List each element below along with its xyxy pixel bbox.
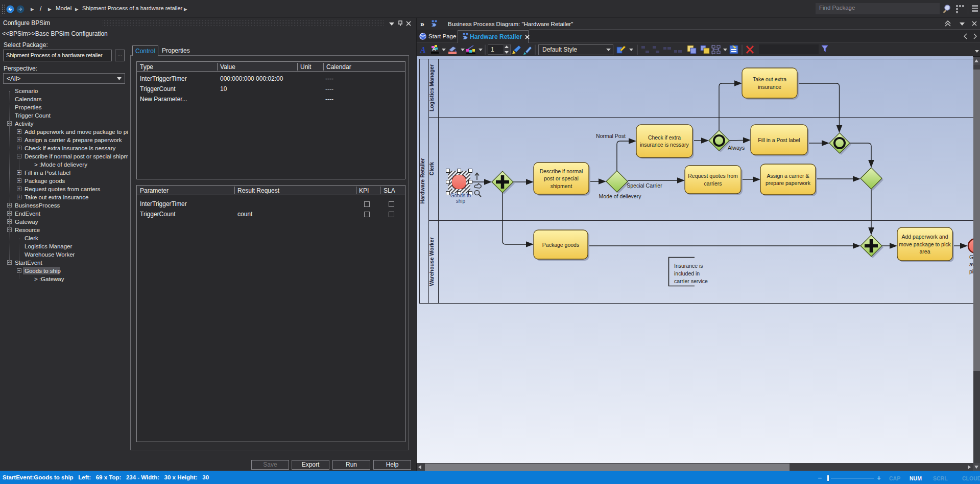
svg-text:area: area bbox=[919, 248, 930, 255]
svg-text:Goods to: Goods to bbox=[450, 193, 471, 198]
svg-text:carriers: carriers bbox=[704, 180, 722, 187]
svg-text:move package to pick: move package to pick bbox=[899, 241, 951, 247]
svg-text:Take out extra: Take out extra bbox=[753, 76, 786, 82]
svg-text:Logistics Manager: Logistics Manager bbox=[428, 64, 435, 111]
svg-text:Fill in a Post label: Fill in a Post label bbox=[758, 137, 800, 143]
svg-text:post or special: post or special bbox=[544, 175, 579, 181]
svg-text:1: 1 bbox=[491, 46, 494, 53]
svg-text:Hardware Retailer: Hardware Retailer bbox=[419, 158, 425, 203]
svg-text:carrier service: carrier service bbox=[674, 278, 708, 284]
svg-text:ship: ship bbox=[456, 198, 466, 204]
svg-text:Insurance is: Insurance is bbox=[674, 263, 703, 269]
svg-text:Describe if normal: Describe if normal bbox=[540, 168, 583, 174]
svg-text:Add paperwork and: Add paperwork and bbox=[901, 234, 948, 240]
svg-text:Mode of delievery: Mode of delievery bbox=[599, 193, 642, 199]
svg-text:Always: Always bbox=[728, 145, 745, 151]
svg-text:Normal Post: Normal Post bbox=[596, 133, 626, 139]
svg-text:pick: pick bbox=[969, 268, 973, 274]
svg-text:Package goods: Package goods bbox=[542, 242, 579, 248]
svg-text:Clerk: Clerk bbox=[428, 162, 435, 175]
svg-text:insurance: insurance bbox=[758, 84, 781, 90]
svg-text:insurance is nessary: insurance is nessary bbox=[640, 142, 689, 148]
svg-text:prepare paperwork: prepare paperwork bbox=[766, 180, 811, 186]
svg-text:Request quotes from: Request quotes from bbox=[688, 173, 738, 179]
svg-text:Assign a carrier &: Assign a carrier & bbox=[767, 173, 809, 179]
svg-text:A: A bbox=[420, 45, 426, 54]
svg-text:included in: included in bbox=[674, 270, 700, 276]
svg-text:Goo: Goo bbox=[969, 254, 973, 260]
svg-text:Warehouse Worker: Warehouse Worker bbox=[428, 237, 435, 286]
svg-text:shipment: shipment bbox=[551, 183, 572, 189]
svg-text:Default Style: Default Style bbox=[542, 46, 577, 53]
svg-text:avai: avai bbox=[969, 261, 973, 267]
svg-text:Special Carrier: Special Carrier bbox=[627, 182, 662, 189]
svg-text:Check if extra: Check if extra bbox=[648, 134, 681, 141]
